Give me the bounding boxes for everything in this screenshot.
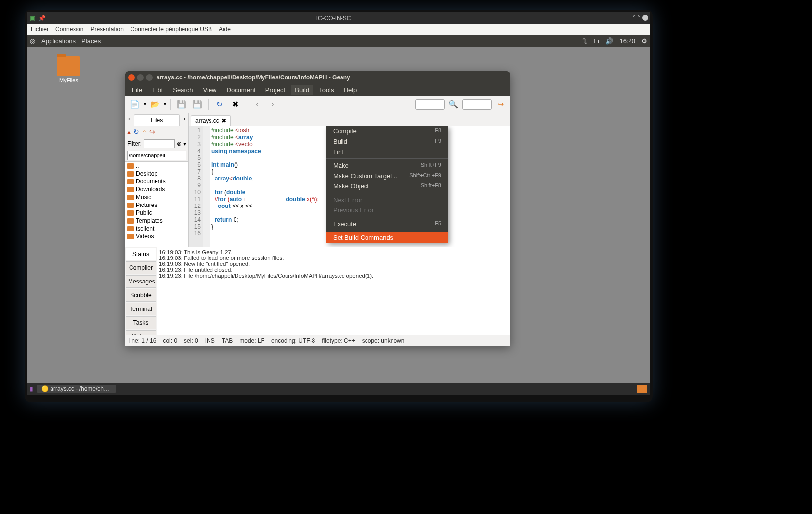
taskbar-item-geany[interactable]: 🟡 arrays.cc - /home/cha…: [37, 385, 116, 393]
desktop-folder-myfiles[interactable]: MyFiles: [52, 56, 86, 83]
path-icon[interactable]: ↪: [149, 128, 155, 136]
message-line: 16:19:23: File /home/chappeli/Desktop/My…: [159, 273, 508, 279]
list-item[interactable]: Documents: [125, 178, 188, 185]
msg-tab-messages[interactable]: Messages: [126, 275, 156, 288]
build-menu-item[interactable]: Set Build Commands: [326, 232, 448, 243]
tray-icon[interactable]: [637, 385, 647, 393]
settings-cog-icon[interactable]: ⚙: [641, 37, 647, 45]
new-file-icon[interactable]: 📄: [128, 98, 142, 111]
vm-menu-item[interactable]: Connexion: [55, 26, 83, 33]
list-item[interactable]: Pictures: [125, 201, 188, 209]
menu-edit[interactable]: Edit: [148, 85, 167, 95]
list-item[interactable]: Templates: [125, 217, 188, 225]
back-icon[interactable]: ‹: [250, 98, 264, 111]
fold-column[interactable]: [203, 126, 210, 247]
list-item[interactable]: Music: [125, 193, 188, 201]
file-tab-arrays[interactable]: arrays.cc ✖: [191, 115, 231, 126]
forward-icon[interactable]: ›: [266, 98, 280, 111]
list-item[interactable]: Downloads: [125, 185, 188, 193]
keyboard-layout[interactable]: Fr: [594, 37, 600, 45]
line-gutter: 12345678910111213141516: [189, 126, 203, 247]
window-maximize-icon[interactable]: [146, 74, 153, 81]
code-editor[interactable]: 12345678910111213141516 #include <iostr …: [189, 126, 510, 247]
sidebar-tab-files[interactable]: Files: [134, 114, 180, 126]
file-name: Pictures: [136, 202, 157, 208]
close-tab-icon[interactable]: ✖: [221, 117, 226, 124]
menu-tools[interactable]: Tools: [315, 85, 338, 95]
open-file-icon[interactable]: 📂: [148, 98, 162, 111]
jump-icon[interactable]: ↪: [494, 98, 507, 111]
next-tab-icon[interactable]: ›: [181, 113, 188, 126]
build-menu-item[interactable]: CompileF8: [326, 126, 448, 136]
save-all-icon[interactable]: 💾: [190, 98, 204, 111]
filter-label: Filter:: [127, 140, 142, 147]
msg-tab-scribble[interactable]: Scribble: [126, 289, 156, 302]
vm-menu-item[interactable]: Connecter le périphérique USB: [131, 26, 212, 33]
clock[interactable]: 16:20: [619, 37, 635, 45]
window-close-icon[interactable]: [128, 74, 135, 81]
window-minimize-icon[interactable]: [137, 74, 144, 81]
vm-menu-item[interactable]: Aide: [219, 26, 231, 33]
msg-tab-compiler[interactable]: Compiler: [126, 261, 156, 274]
pin-icon[interactable]: 📌: [38, 15, 46, 22]
list-item[interactable]: ..: [125, 162, 188, 170]
menu-document[interactable]: Document: [223, 85, 260, 95]
network-icon[interactable]: ⇅: [582, 37, 588, 45]
menu-build[interactable]: Build: [291, 85, 313, 95]
reload-icon[interactable]: ↻: [212, 98, 226, 111]
file-name: Documents: [136, 178, 166, 185]
build-menu-item[interactable]: Previous Error: [326, 205, 448, 215]
msg-tab-tasks[interactable]: Tasks: [126, 316, 156, 329]
folder-icon: [127, 163, 134, 169]
build-menu-item[interactable]: Next Error: [326, 195, 448, 205]
desktop[interactable]: MyFiles arrays.cc - /home/chappeli/Deskt…: [27, 47, 650, 383]
up-icon[interactable]: ▴: [127, 128, 131, 136]
path-input[interactable]: [127, 151, 186, 160]
sound-icon[interactable]: 🔊: [605, 37, 613, 45]
menu-places[interactable]: Places: [81, 37, 101, 45]
status-scope: scope: unknown: [362, 337, 405, 344]
build-menu-item[interactable]: ExecuteF5: [326, 219, 448, 229]
list-item[interactable]: Videos: [125, 232, 188, 240]
minimize-icon[interactable]: ˅: [632, 15, 635, 22]
file-name: Downloads: [136, 186, 165, 193]
menu-applications[interactable]: Applications: [41, 37, 76, 45]
build-menu-item[interactable]: Make Custom Target...Shift+Ctrl+F9: [326, 171, 448, 181]
prev-tab-icon[interactable]: ‹: [125, 113, 133, 126]
list-item[interactable]: tsclient: [125, 225, 188, 232]
menu-search[interactable]: Search: [169, 85, 197, 95]
menu-project[interactable]: Project: [262, 85, 289, 95]
refresh-icon[interactable]: ↻: [133, 128, 139, 136]
list-item[interactable]: Desktop: [125, 170, 188, 178]
clear-filter-icon[interactable]: ⊗: [177, 140, 182, 147]
build-menu-item[interactable]: MakeShift+F9: [326, 160, 448, 171]
menu-file[interactable]: File: [128, 85, 146, 95]
message-body[interactable]: 16:19:03: This is Geany 1.27.16:19:03: F…: [157, 247, 510, 335]
close-icon[interactable]: [642, 15, 648, 21]
folder-icon: [127, 226, 134, 231]
filter-input[interactable]: [144, 139, 175, 148]
build-menu-item[interactable]: Lint: [326, 147, 448, 157]
apps-icon[interactable]: ◎: [30, 37, 35, 45]
search-icon[interactable]: 🔍: [446, 98, 460, 111]
status-line: line: 1 / 16: [129, 337, 156, 344]
maximize-icon[interactable]: ˄: [637, 15, 640, 22]
close-file-icon[interactable]: ✖: [228, 98, 242, 111]
vm-menu-item[interactable]: Fichier: [31, 26, 49, 33]
msg-tab-status[interactable]: Status: [126, 248, 156, 260]
build-menu-item[interactable]: Make ObjectShift+F8: [326, 181, 448, 191]
menu-help[interactable]: Help: [340, 85, 361, 95]
file-list[interactable]: ..DesktopDocumentsDownloadsMusicPictures…: [125, 161, 188, 247]
msg-tab-terminal[interactable]: Terminal: [126, 303, 156, 315]
menu-view[interactable]: View: [199, 85, 221, 95]
search-input[interactable]: [462, 99, 492, 110]
show-desktop-icon[interactable]: ▮: [30, 386, 33, 392]
save-icon[interactable]: 💾: [175, 98, 188, 111]
list-item[interactable]: Public: [125, 209, 188, 217]
line-number-input[interactable]: [415, 99, 445, 110]
filter-dropdown-icon[interactable]: ▾: [183, 140, 186, 147]
vm-menu-item[interactable]: Présentation: [90, 26, 123, 33]
geany-titlebar[interactable]: arrays.cc - /home/chappeli/Desktop/MyFil…: [125, 71, 510, 84]
home-icon[interactable]: ⌂: [142, 128, 146, 136]
build-menu-item[interactable]: BuildF9: [326, 136, 448, 147]
